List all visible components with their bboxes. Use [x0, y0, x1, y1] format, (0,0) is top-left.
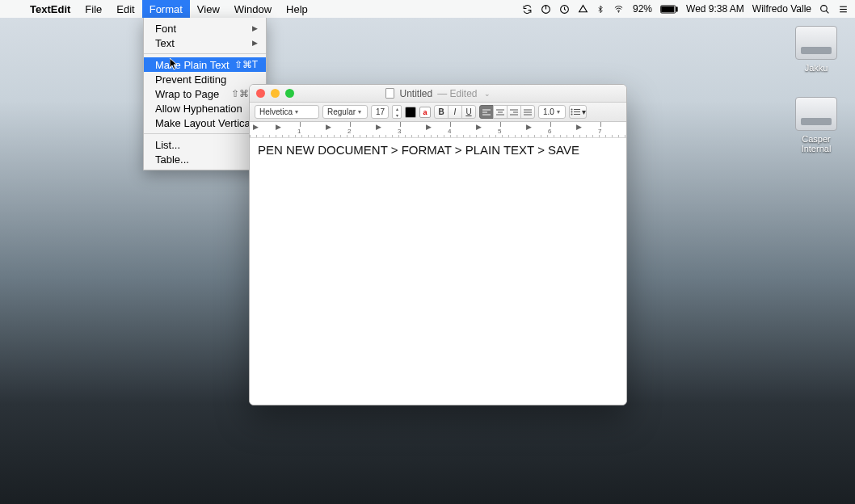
svg-point-27	[571, 111, 572, 113]
svg-point-8	[821, 5, 828, 11]
menu-item-list[interactable]: List...	[144, 137, 266, 152]
menu-app-name[interactable]: TextEdit	[23, 0, 78, 18]
menu-item-wrap-to-page[interactable]: Wrap to Page ⇧⌘W	[144, 86, 266, 101]
menu-item-text[interactable]: Text	[144, 36, 266, 50]
italic-button[interactable]: I	[448, 105, 462, 119]
textedit-window: Untitled — Edited ⌄ Helvetica▾ Regular▾ …	[249, 84, 627, 405]
spotlight-icon[interactable]	[819, 4, 830, 15]
window-title-text: Untitled	[399, 88, 432, 99]
menu-separator	[144, 133, 266, 134]
document-text: PEN NEW DOCUMENT > FORMAT > PLAIN TEXT >…	[258, 143, 579, 157]
text-style-group: B I U	[434, 105, 476, 119]
list-style-button[interactable]: ▾	[569, 105, 587, 119]
menu-item-allow-hyphenation[interactable]: Allow Hyphenation	[144, 101, 266, 116]
bluetooth-icon[interactable]	[596, 4, 604, 15]
menu-window[interactable]: Window	[227, 0, 279, 18]
svg-marker-3	[579, 5, 588, 11]
svg-rect-7	[662, 6, 674, 12]
underline-button[interactable]: U	[461, 105, 476, 119]
font-size-field[interactable]: 17	[371, 105, 389, 119]
menu-item-make-layout-vertical[interactable]: Make Layout Vertical	[144, 116, 266, 130]
menu-view[interactable]: View	[190, 0, 227, 18]
desktop-disk-jakku[interactable]: Jakku	[789, 26, 844, 73]
battery-percent: 92%	[633, 3, 652, 15]
menubar: TextEdit File Edit Format View Window He…	[0, 0, 855, 18]
window-edited-label: — Edited	[437, 88, 477, 99]
battery-icon[interactable]	[660, 5, 678, 14]
sync-icon[interactable]	[522, 4, 533, 15]
menu-item-label: Table...	[155, 153, 189, 166]
svg-point-4	[618, 11, 619, 12]
notifications-icon[interactable]	[838, 4, 849, 15]
window-titlebar[interactable]: Untitled — Edited ⌄	[250, 85, 626, 103]
font-size-value: 17	[376, 107, 385, 116]
align-justify-button[interactable]	[520, 105, 535, 119]
menu-item-make-plain-text[interactable]: Make Plain Text ⇧⌘T	[144, 57, 266, 72]
menu-file[interactable]: File	[78, 0, 109, 18]
format-toolbar: Helvetica▾ Regular▾ 17 ▴▾ a B I U	[250, 103, 626, 122]
window-traffic-lights	[256, 89, 294, 98]
text-color-swatch[interactable]	[405, 107, 416, 118]
font-family-value: Helvetica	[259, 107, 293, 116]
font-style-select[interactable]: Regular▾	[322, 105, 368, 119]
bg-color-swatch[interactable]: a	[419, 107, 431, 118]
close-button[interactable]	[256, 89, 265, 98]
drive-icon[interactable]	[578, 4, 588, 15]
wifi-icon[interactable]	[613, 5, 625, 14]
menu-separator	[144, 53, 266, 54]
svg-point-29	[571, 114, 572, 116]
maximize-button[interactable]	[285, 89, 294, 98]
menu-item-label: Allow Hyphenation	[155, 103, 242, 115]
menu-item-label: List...	[155, 139, 180, 151]
document-icon	[385, 88, 394, 99]
disk-icon	[795, 97, 837, 131]
menu-item-prevent-editing[interactable]: Prevent Editing	[144, 72, 266, 86]
menu-help[interactable]: Help	[279, 0, 315, 18]
chevron-down-icon[interactable]: ⌄	[484, 90, 491, 98]
menu-edit[interactable]: Edit	[109, 0, 141, 18]
menu-item-font[interactable]: Font	[144, 21, 266, 36]
font-style-value: Regular	[327, 107, 356, 116]
menu-item-label: Prevent Editing	[155, 74, 226, 86]
window-title[interactable]: Untitled — Edited ⌄	[385, 88, 490, 99]
align-right-button[interactable]	[507, 105, 521, 119]
menu-item-shortcut: ⇧⌘T	[234, 59, 258, 70]
svg-point-25	[571, 109, 572, 111]
align-center-button[interactable]	[493, 105, 508, 119]
menubar-right: 92% Wed 9:38 AM Wilfredo Valle	[522, 3, 855, 15]
ruler-ticks: 1▶2▶3▶4▶5▶6▶7▶▶	[250, 122, 626, 137]
user-menu[interactable]: Wilfredo Valle	[752, 3, 811, 15]
ruler[interactable]: 1▶2▶3▶4▶5▶6▶7▶▶	[250, 122, 626, 138]
svg-rect-6	[676, 6, 677, 10]
disk-icon	[795, 26, 837, 60]
minimize-button[interactable]	[271, 89, 280, 98]
font-size-stepper[interactable]: ▴▾	[392, 105, 402, 119]
alignment-group	[479, 105, 535, 119]
desktop-disk-casper[interactable]: Casper Internal	[789, 97, 844, 153]
font-family-select[interactable]: Helvetica▾	[255, 105, 319, 119]
align-left-button[interactable]	[479, 105, 494, 119]
clock[interactable]: Wed 9:38 AM	[686, 3, 744, 15]
menu-format[interactable]: Format	[142, 0, 190, 18]
line-spacing-value: 1.0	[543, 107, 554, 116]
menubar-left: TextEdit File Edit Format View Window He…	[0, 0, 315, 18]
document-body[interactable]: PEN NEW DOCUMENT > FORMAT > PLAIN TEXT >…	[250, 138, 626, 405]
line-spacing-select[interactable]: 1.0▾	[538, 105, 566, 119]
menu-item-label: Text	[155, 37, 175, 49]
menu-item-table[interactable]: Table...	[144, 152, 266, 166]
desktop-icon-label: Casper Internal	[789, 134, 844, 153]
menu-item-label: Wrap to Page	[155, 88, 219, 100]
menu-item-label: Font	[155, 23, 176, 35]
menu-item-label: Make Plain Text	[155, 59, 230, 71]
desktop-icon-label: Jakku	[789, 63, 844, 73]
power-icon[interactable]	[541, 4, 551, 15]
timemachine-icon[interactable]	[559, 4, 570, 15]
menu-item-label: Make Layout Vertical	[155, 117, 253, 129]
bold-button[interactable]: B	[434, 105, 449, 119]
svg-line-9	[826, 10, 828, 13]
